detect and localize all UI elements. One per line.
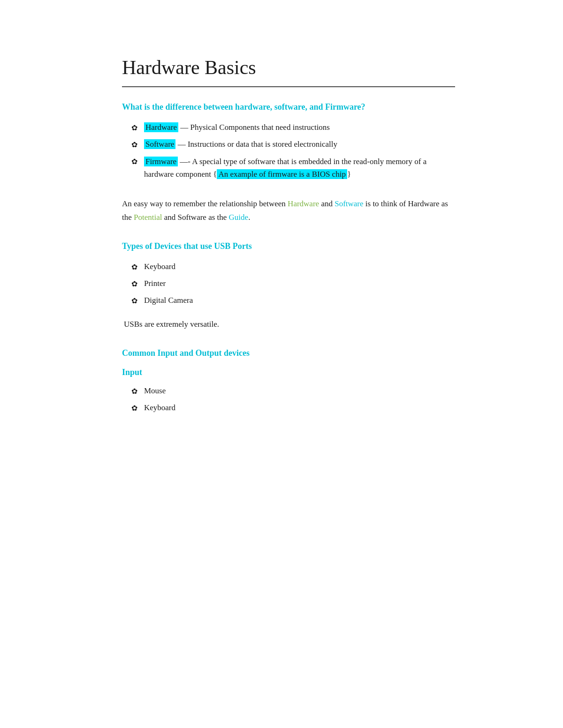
software-bullet-text: Software — Instructions or data that is … <box>144 138 337 150</box>
firmware-bullet-text: Firmware —- A special type of software t… <box>144 155 455 180</box>
list-item: ✿ Mouse <box>131 385 455 397</box>
bullet-icon: ✿ <box>131 295 137 307</box>
potential-link: Potential <box>134 213 162 222</box>
bullet-icon: ✿ <box>131 386 137 397</box>
para-after2: and Software as the <box>162 213 228 222</box>
bullet-icon: ✿ <box>131 156 137 167</box>
input-bullet-list: ✿ Mouse ✿ Keyboard <box>122 385 455 414</box>
input-item-keyboard: Keyboard <box>144 402 175 414</box>
para-before: An easy way to remember the relationship… <box>122 199 288 208</box>
usb-heading: Types of Devices that use USB Ports <box>122 241 455 251</box>
hardware-rest: — Physical Components that need instruct… <box>180 123 330 132</box>
list-item: ✿ Digital Camera <box>131 294 455 307</box>
hardware-bullet-text: Hardware — Physical Components that need… <box>144 121 330 134</box>
bullet-icon: ✿ <box>131 278 137 290</box>
usb-note: USBs are extremely versatile. <box>124 318 455 331</box>
bullet-icon: ✿ <box>131 122 137 134</box>
usb-item-camera: Digital Camera <box>144 294 193 307</box>
page-title: Hardware Basics <box>122 56 455 79</box>
relationship-paragraph: An easy way to remember the relationship… <box>122 197 455 225</box>
list-item: ✿ Hardware — Physical Components that ne… <box>131 121 455 134</box>
input-subheading: Input <box>122 368 455 377</box>
bullet-icon: ✿ <box>131 262 137 273</box>
para-middle: and <box>319 199 335 208</box>
firmware-example-highlight: An example of firmware is a BIOS chip <box>217 169 347 179</box>
bullet-icon: ✿ <box>131 403 137 414</box>
hardware-link: Hardware <box>288 199 319 208</box>
firmware-highlight: Firmware <box>144 157 178 166</box>
firmware-end: } <box>347 170 351 179</box>
hardware-highlight: Hardware <box>144 122 178 132</box>
list-item: ✿ Printer <box>131 278 455 290</box>
relationship-paragraph-section: An easy way to remember the relationship… <box>122 197 455 225</box>
usb-bullet-list: ✿ Keyboard ✿ Printer ✿ Digital Camera <box>122 261 455 307</box>
para-end: . <box>248 213 250 222</box>
software-highlight: Software <box>144 139 175 149</box>
list-item: ✿ Software — Instructions or data that i… <box>131 138 455 150</box>
diff-bullet-list: ✿ Hardware — Physical Components that ne… <box>122 121 455 180</box>
list-item: ✿ Firmware —- A special type of software… <box>131 155 455 180</box>
guide-link: Guide <box>229 213 249 222</box>
usb-item-printer: Printer <box>144 278 166 290</box>
software-link: Software <box>335 199 363 208</box>
diff-section: What is the difference between hardware,… <box>122 102 455 180</box>
bullet-icon: ✿ <box>131 139 137 150</box>
usb-section: Types of Devices that use USB Ports ✿ Ke… <box>122 241 455 331</box>
software-rest: — Instructions or data that is stored el… <box>178 140 337 149</box>
usb-item-keyboard: Keyboard <box>144 261 175 273</box>
list-item: ✿ Keyboard <box>131 261 455 273</box>
title-divider <box>122 86 455 87</box>
io-section: Common Input and Output devices Input ✿ … <box>122 348 455 414</box>
page-container: Hardware Basics What is the difference b… <box>70 0 493 468</box>
io-heading: Common Input and Output devices <box>122 348 455 358</box>
input-item-mouse: Mouse <box>144 385 166 397</box>
list-item: ✿ Keyboard <box>131 402 455 414</box>
diff-heading: What is the difference between hardware,… <box>122 102 455 112</box>
